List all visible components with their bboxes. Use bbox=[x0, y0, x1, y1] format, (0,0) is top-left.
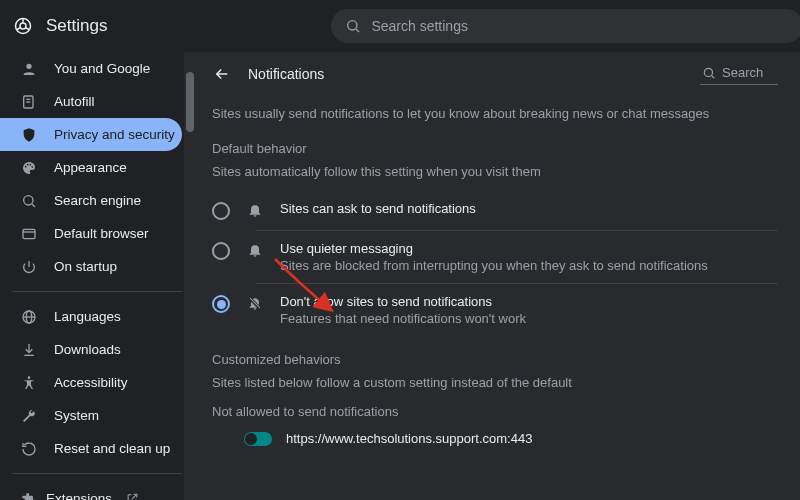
option-title: Sites can ask to send notifications bbox=[280, 201, 476, 216]
sidebar-item-you-and-google[interactable]: You and Google bbox=[0, 52, 182, 85]
bell-icon bbox=[246, 242, 264, 258]
section-title-default-behavior: Default behavior bbox=[212, 141, 778, 156]
sidebar-item-label: On startup bbox=[54, 259, 117, 274]
palette-icon bbox=[20, 160, 38, 176]
svg-line-4 bbox=[25, 28, 29, 30]
svg-point-12 bbox=[27, 163, 29, 165]
site-url: https://www.techsolutions.support.com:44… bbox=[286, 431, 532, 446]
search-icon bbox=[345, 18, 361, 34]
restore-icon bbox=[20, 441, 38, 457]
power-icon bbox=[20, 259, 38, 275]
sidebar-item-on-startup[interactable]: On startup bbox=[0, 250, 182, 283]
radio-button-selected[interactable] bbox=[212, 295, 230, 313]
svg-point-23 bbox=[28, 376, 31, 379]
svg-point-5 bbox=[348, 21, 357, 30]
browser-icon bbox=[20, 226, 38, 242]
sidebar-item-label: Accessibility bbox=[54, 375, 128, 390]
bell-off-icon bbox=[246, 295, 264, 311]
svg-line-16 bbox=[32, 204, 35, 207]
radio-button[interactable] bbox=[212, 242, 230, 260]
radio-button[interactable] bbox=[212, 202, 230, 220]
option-subtitle: Sites are blocked from interrupting you … bbox=[280, 258, 708, 273]
section-subtitle-customized: Sites listed below follow a custom setti… bbox=[212, 375, 778, 390]
search-settings-input[interactable]: Search settings bbox=[331, 9, 800, 43]
download-icon bbox=[20, 342, 38, 358]
not-allowed-label: Not allowed to send notifications bbox=[212, 404, 778, 419]
sidebar-item-languages[interactable]: Languages bbox=[0, 300, 182, 333]
content-panel: Notifications Search Sites usually send … bbox=[196, 52, 800, 500]
sidebar-item-label: Languages bbox=[54, 309, 121, 324]
sidebar-item-autofill[interactable]: Autofill bbox=[0, 85, 182, 118]
sidebar-item-label: Downloads bbox=[54, 342, 121, 357]
svg-point-14 bbox=[31, 166, 33, 168]
svg-line-6 bbox=[356, 29, 359, 32]
section-subtitle-default-behavior: Sites automatically follow this setting … bbox=[212, 164, 778, 179]
svg-point-11 bbox=[25, 165, 27, 167]
site-toggle-icon bbox=[244, 432, 272, 446]
sidebar: You and Google Autofill Privacy and secu… bbox=[0, 52, 196, 500]
sidebar-item-extensions[interactable]: Extensions bbox=[0, 482, 182, 500]
sidebar-item-appearance[interactable]: Appearance bbox=[0, 151, 182, 184]
page-title: Notifications bbox=[248, 66, 686, 82]
sidebar-item-label: Appearance bbox=[54, 160, 127, 175]
option-subtitle: Features that need notifications won't w… bbox=[280, 311, 526, 326]
person-icon bbox=[20, 61, 38, 77]
option-sites-can-ask[interactable]: Sites can ask to send notifications bbox=[212, 191, 778, 230]
sidebar-item-label: Extensions bbox=[46, 491, 112, 500]
svg-point-7 bbox=[26, 63, 31, 68]
svg-point-24 bbox=[704, 68, 712, 76]
extension-icon bbox=[20, 491, 38, 501]
wrench-icon bbox=[20, 408, 38, 424]
sidebar-item-label: Autofill bbox=[54, 94, 95, 109]
sidebar-item-downloads[interactable]: Downloads bbox=[0, 333, 182, 366]
page-search-label: Search bbox=[722, 65, 763, 80]
autofill-icon bbox=[20, 94, 38, 110]
sidebar-item-reset[interactable]: Reset and clean up bbox=[0, 432, 182, 465]
shield-icon bbox=[20, 127, 38, 143]
svg-line-25 bbox=[712, 75, 715, 78]
globe-icon bbox=[20, 309, 38, 325]
option-quieter-messaging[interactable]: Use quieter messaging Sites are blocked … bbox=[212, 231, 778, 283]
option-title: Don't allow sites to send notifications bbox=[280, 294, 526, 309]
search-icon bbox=[20, 193, 38, 209]
search-placeholder: Search settings bbox=[371, 18, 468, 34]
section-title-customized: Customized behaviors bbox=[212, 352, 778, 367]
svg-point-13 bbox=[29, 163, 31, 165]
sidebar-item-label: Reset and clean up bbox=[54, 441, 170, 456]
sidebar-item-accessibility[interactable]: Accessibility bbox=[0, 366, 182, 399]
option-title: Use quieter messaging bbox=[280, 241, 708, 256]
accessibility-icon bbox=[20, 375, 38, 391]
chrome-icon bbox=[14, 16, 32, 36]
app-title: Settings bbox=[46, 16, 107, 36]
svg-point-15 bbox=[24, 195, 33, 204]
scrollbar-thumb[interactable] bbox=[186, 72, 194, 132]
bell-icon bbox=[246, 202, 264, 218]
svg-rect-17 bbox=[23, 229, 35, 238]
topbar: Settings Search settings bbox=[0, 0, 800, 52]
back-button[interactable] bbox=[210, 62, 234, 86]
sidebar-item-system[interactable]: System bbox=[0, 399, 182, 432]
divider bbox=[12, 291, 182, 292]
page-description: Sites usually send notifications to let … bbox=[212, 106, 778, 121]
sidebar-item-label: Privacy and security bbox=[54, 127, 175, 142]
option-dont-allow[interactable]: Don't allow sites to send notifications … bbox=[212, 284, 778, 336]
site-row[interactable]: https://www.techsolutions.support.com:44… bbox=[244, 431, 778, 446]
divider bbox=[12, 473, 182, 474]
sidebar-item-label: Default browser bbox=[54, 226, 149, 241]
sidebar-item-privacy-security[interactable]: Privacy and security bbox=[0, 118, 182, 151]
sidebar-item-search-engine[interactable]: Search engine bbox=[0, 184, 182, 217]
search-icon bbox=[702, 66, 716, 80]
page-search-input[interactable]: Search bbox=[700, 63, 778, 85]
sidebar-item-label: System bbox=[54, 408, 99, 423]
svg-line-3 bbox=[17, 28, 21, 30]
sidebar-item-label: Search engine bbox=[54, 193, 141, 208]
sidebar-item-default-browser[interactable]: Default browser bbox=[0, 217, 182, 250]
open-external-icon bbox=[126, 492, 139, 500]
sidebar-item-label: You and Google bbox=[54, 61, 150, 76]
